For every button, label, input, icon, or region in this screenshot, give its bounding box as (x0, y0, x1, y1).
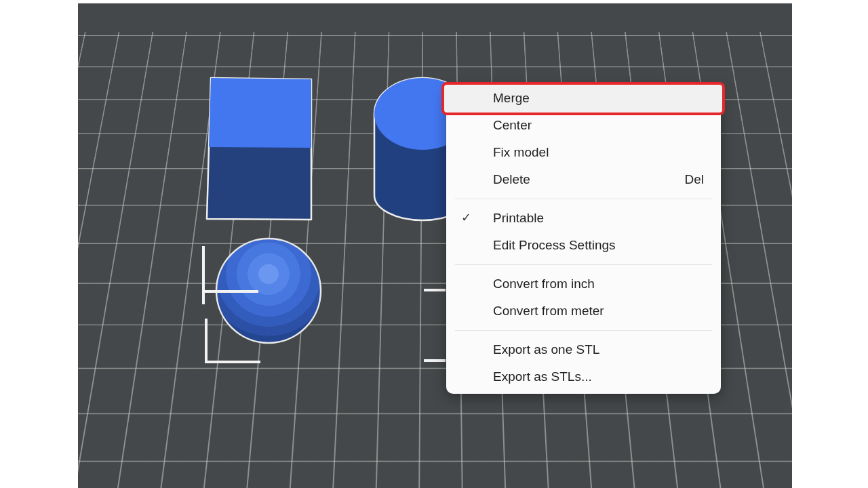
menu-separator (455, 199, 712, 199)
menu-item-label: Convert from meter (493, 304, 604, 319)
menu-separator (455, 264, 712, 265)
menu-item-shortcut: Del (684, 172, 721, 187)
menu-item-label: Center (493, 118, 532, 133)
menu-item-label: Delete (493, 172, 530, 187)
viewport-canvas (0, 0, 868, 488)
menu-item-export-as-one-stl[interactable]: Export as one STL (446, 336, 721, 363)
merge-highlight-box (441, 82, 725, 115)
menu-item-export-as-stls[interactable]: Export as STLs... (446, 363, 721, 390)
menu-item-merge[interactable]: Merge (446, 85, 721, 112)
cube-object[interactable] (207, 78, 311, 220)
menu-item-label: Convert from inch (493, 277, 595, 291)
menu-item-printable[interactable]: ✓ Printable (446, 205, 721, 232)
menu-item-center[interactable]: Center (446, 112, 721, 139)
menu-item-convert-from-meter[interactable]: Convert from meter (446, 298, 721, 325)
menu-item-label: Edit Process Settings (493, 238, 616, 253)
menu-item-fix-model[interactable]: Fix model (446, 139, 721, 166)
slicer-window: Merge Center Fix model Delete Del ✓ Prin… (0, 0, 868, 488)
menu-item-delete[interactable]: Delete Del (446, 166, 721, 193)
menu-separator (455, 330, 712, 331)
menu-item-edit-process-settings[interactable]: Edit Process Settings (446, 232, 721, 259)
menu-item-label: Export as one STL (493, 342, 599, 357)
context-menu: Merge Center Fix model Delete Del ✓ Prin… (446, 85, 721, 394)
menu-item-label: Export as STLs... (493, 369, 592, 384)
menu-item-label: Merge (493, 91, 530, 106)
menu-item-convert-from-inch[interactable]: Convert from inch (446, 270, 721, 298)
menu-item-label: Printable (493, 211, 544, 226)
menu-item-label: Fix model (493, 145, 549, 160)
check-icon: ✓ (461, 210, 471, 225)
